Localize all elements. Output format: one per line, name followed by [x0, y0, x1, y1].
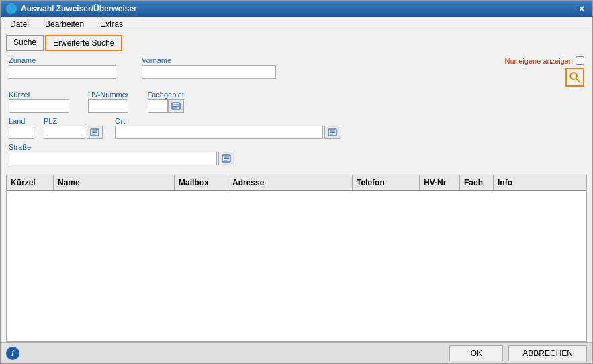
ok-button[interactable]: OK	[449, 345, 503, 361]
form-row-1: Zuname Vorname Nur eigene anzeigen	[9, 56, 584, 87]
plz-group: PLZ	[44, 117, 103, 139]
tab-erweiterte-suche[interactable]: Erweiterte Suche	[45, 35, 122, 51]
fachgebiet-label: Fachgebiet	[148, 91, 184, 99]
button-area: OK ABBRECHEN	[449, 345, 587, 361]
ort-label: Ort	[115, 117, 340, 125]
zuname-input[interactable]	[9, 65, 116, 79]
status-bar: i OK ABBRECHEN	[1, 342, 592, 363]
menu-bearbeiten[interactable]: Bearbeiten	[41, 18, 88, 30]
land-group: Land	[9, 117, 34, 139]
ort-group: Ort	[115, 117, 340, 139]
results-table: Kürzel Name Mailbox Adresse Telefon HV-N…	[6, 175, 587, 342]
kuerzel-label: Kürzel	[9, 91, 69, 99]
menu-bar: Datei Bearbeiten Extras	[1, 17, 592, 32]
col-name: Name	[54, 175, 175, 190]
tab-bar: Suche Erweiterte Suche	[1, 32, 592, 51]
fachgebiet-group: Fachgebiet	[148, 91, 184, 113]
search-panel: Zuname Vorname Nur eigene anzeigen	[1, 51, 592, 175]
menu-datei[interactable]: Datei	[6, 18, 33, 30]
fachgebiet-input[interactable]	[148, 99, 168, 113]
kuerzel-group: Kürzel	[9, 91, 69, 113]
nur-eigene-label: Nur eigene anzeigen	[504, 57, 573, 65]
fachgebiet-inputs	[148, 99, 184, 113]
strasse-group: Straße	[9, 143, 234, 165]
table-body	[7, 191, 586, 341]
plz-lookup-button[interactable]	[87, 126, 103, 139]
title-bar: 🌐 Auswahl Zuweiser/Überweiser ×	[1, 1, 592, 17]
strasse-lookup-button[interactable]	[218, 152, 234, 165]
strasse-label: Straße	[9, 143, 234, 151]
plz-label: PLZ	[44, 117, 103, 125]
menu-extras[interactable]: Extras	[96, 18, 127, 30]
col-adresse: Adresse	[228, 175, 353, 190]
land-label: Land	[9, 117, 34, 125]
ort-lookup-icon	[328, 128, 337, 136]
window-title: Auswahl Zuweiser/Überweiser	[21, 4, 137, 13]
svg-point-0	[570, 73, 577, 79]
col-info: Info	[494, 175, 586, 190]
vorname-label: Vorname	[142, 56, 276, 64]
search-icon	[569, 72, 580, 83]
col-kuerzel: Kürzel	[7, 175, 54, 190]
app-icon: 🌐	[6, 3, 17, 14]
ort-input[interactable]	[115, 126, 323, 139]
table-header: Kürzel Name Mailbox Adresse Telefon HV-N…	[7, 175, 586, 191]
svg-line-1	[576, 79, 580, 82]
cancel-button[interactable]: ABBRECHEN	[508, 345, 587, 361]
nur-eigene-checkbox[interactable]	[576, 56, 584, 65]
fachgebiet-lookup-button[interactable]	[168, 99, 184, 113]
search-button[interactable]	[565, 68, 584, 87]
plz-lookup-icon	[90, 128, 99, 136]
form-row-3: Land PLZ O	[9, 117, 584, 139]
hv-nummer-input[interactable]	[88, 99, 128, 113]
form-row-2: Kürzel HV-Nummer Fachgebiet	[9, 91, 584, 113]
kuerzel-input[interactable]	[9, 99, 69, 113]
plz-input[interactable]	[44, 126, 85, 139]
zuname-group: Zuname	[9, 56, 116, 79]
strasse-input[interactable]	[9, 152, 217, 165]
main-window: 🌐 Auswahl Zuweiser/Überweiser × Datei Be…	[0, 0, 593, 364]
land-input[interactable]	[9, 126, 34, 139]
col-mailbox: Mailbox	[175, 175, 228, 190]
hv-nummer-group: HV-Nummer	[88, 91, 129, 113]
ort-lookup-button[interactable]	[324, 126, 340, 139]
nur-eigene-row: Nur eigene anzeigen	[504, 56, 584, 87]
col-fach: Fach	[460, 175, 494, 190]
vorname-group: Vorname	[142, 56, 276, 79]
lookup-icon	[171, 102, 181, 110]
strasse-lookup-icon	[222, 154, 231, 163]
close-button[interactable]: ×	[576, 3, 587, 14]
form-row-4: Straße	[9, 143, 584, 165]
vorname-input[interactable]	[142, 65, 276, 79]
zuname-label: Zuname	[9, 56, 116, 64]
col-telefon: Telefon	[353, 175, 420, 190]
hv-nummer-label: HV-Nummer	[88, 91, 129, 99]
info-status-icon: i	[6, 347, 19, 360]
tab-suche[interactable]: Suche	[6, 35, 44, 51]
title-bar-left: 🌐 Auswahl Zuweiser/Überweiser	[6, 3, 137, 14]
col-hv-nr: HV-Nr	[420, 175, 460, 190]
